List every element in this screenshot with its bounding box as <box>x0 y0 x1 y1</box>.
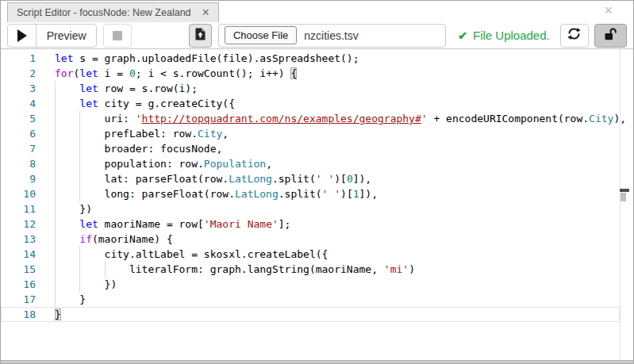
code-token <box>55 98 79 109</box>
code-token: 'mi' <box>384 263 409 275</box>
code-token: Population <box>204 158 266 170</box>
line-number: 2 <box>1 66 36 81</box>
script-editor-window: Script Editor - focusNode: New Zealand ×… <box>0 0 634 364</box>
line-number: 7 <box>1 141 36 156</box>
code-line[interactable]: 1let s = graph.uploadedFile(file).asSpre… <box>1 51 620 66</box>
window-close-icon[interactable]: × <box>604 2 613 19</box>
code-token: (maoriName) { <box>92 233 173 245</box>
code-line[interactable]: 11 }) <box>1 201 620 216</box>
indent-guide <box>55 292 56 307</box>
code-token: , <box>266 158 272 170</box>
line-number: 8 <box>1 156 36 171</box>
tab-script-editor[interactable]: Script Editor - focusNode: New Zealand × <box>7 2 219 22</box>
code-line[interactable]: 14 city.altLabel = skosxl.createLabel({ <box>1 247 620 262</box>
choose-file-button[interactable]: Choose File <box>225 26 297 44</box>
code-line[interactable]: 12 let maoriName = row['Maori Name']; <box>1 216 620 232</box>
code-token: ) <box>409 263 415 275</box>
line-number: 3 <box>1 81 36 96</box>
upload-status: ✔ File Uploaded. <box>458 29 549 42</box>
code-line[interactable]: 6 prefLabel: row.City, <box>1 126 620 141</box>
code-line[interactable]: 10 long: parseFloat(row.LatLong.split(' … <box>1 186 620 201</box>
line-number: 12 <box>1 216 36 232</box>
indent-guide <box>79 156 80 171</box>
toolbar: Preview Choose File nzcities.tsv ✔ File … <box>1 22 633 49</box>
refresh-button[interactable] <box>560 24 589 48</box>
code-token: let <box>55 52 73 64</box>
file-input[interactable]: Choose File nzcities.tsv <box>218 24 446 48</box>
play-icon[interactable] <box>8 25 37 47</box>
stop-button[interactable] <box>103 24 131 48</box>
code-token: ' <box>136 113 142 125</box>
indent-guide <box>105 262 106 277</box>
code-line[interactable]: 8 population: row.Population, <box>1 156 620 171</box>
indent-guide <box>55 262 56 277</box>
code-token: ]; <box>279 218 291 230</box>
line-number: 5 <box>1 111 36 126</box>
indent-guide <box>79 277 80 292</box>
code-token: let <box>79 98 98 109</box>
upload-file-button[interactable] <box>189 24 212 48</box>
code-line[interactable]: 3 let row = s.row(i); <box>1 81 620 96</box>
tab-bar: Script Editor - focusNode: New Zealand ×… <box>1 1 633 22</box>
code-token: 0 <box>129 67 136 79</box>
code-line[interactable]: 17 } <box>1 292 620 307</box>
indent-guide <box>55 111 56 126</box>
code-token: City <box>198 128 222 140</box>
uploaded-filename: nzcities.tsv <box>304 29 358 42</box>
code-token: city.altLabel = skosxl.createLabel({ <box>55 248 328 260</box>
indent-guide <box>79 247 80 262</box>
code-token: row = s.row(i); <box>98 82 198 94</box>
code-token <box>55 233 79 245</box>
code-token <box>55 218 79 230</box>
indent-guide <box>55 186 56 201</box>
overview-ruler-mark <box>620 189 629 192</box>
tab-title: Script Editor - focusNode: New Zealand <box>17 7 191 18</box>
indent-guide <box>55 126 56 141</box>
scrollbar-track <box>620 49 621 360</box>
code-line[interactable]: 9 lat: parseFloat(row.LatLong.split(' ')… <box>1 171 620 186</box>
code-token: )[ <box>340 188 353 200</box>
indent-guide <box>55 171 56 186</box>
lock-button[interactable] <box>594 24 627 48</box>
code-token: prefLabel: row. <box>55 128 198 140</box>
stop-icon <box>113 31 122 40</box>
code-line[interactable]: 2for(let i = 0; i < s.rowCount(); i++) { <box>1 66 620 81</box>
code-token: .split( <box>272 173 316 185</box>
code-line[interactable]: 16 }) <box>1 277 620 292</box>
code-token: City <box>589 113 613 125</box>
refresh-icon <box>567 27 581 44</box>
tab-close-icon[interactable]: × <box>202 6 209 19</box>
code-token: )[ <box>334 173 347 185</box>
code-token: s = graph.uploadedFile(file).asSpreadshe… <box>73 52 359 64</box>
line-number: 10 <box>1 186 36 201</box>
code-token: }) <box>55 203 92 215</box>
code-editor[interactable]: 1let s = graph.uploadedFile(file).asSpre… <box>1 49 633 360</box>
indent-guide <box>79 262 80 277</box>
code-line[interactable]: 15 literalForm: graph.langString(maoriNa… <box>1 262 620 277</box>
preview-label: Preview <box>37 29 96 42</box>
indent-guide <box>79 186 80 201</box>
code-token: i = <box>98 67 129 79</box>
file-upload-icon <box>195 28 206 44</box>
line-number: 13 <box>1 232 36 247</box>
code-line[interactable]: 7 broader: focusNode, <box>1 141 620 156</box>
run-preview-button[interactable]: Preview <box>7 24 97 48</box>
code-line[interactable]: 5 uri: 'http://topquadrant.com/ns/exampl… <box>1 111 620 126</box>
indent-guide <box>55 277 56 292</box>
line-number: 17 <box>1 292 36 307</box>
line-number: 6 <box>1 126 36 141</box>
code-token: ]), <box>353 173 371 185</box>
line-number: 14 <box>1 247 36 262</box>
code-line[interactable]: 4 let city = g.createCity({ <box>1 96 620 111</box>
code-token: let <box>79 218 98 230</box>
indent-guide <box>55 232 56 247</box>
code-token: ; i < s.rowCount(); i++) <box>136 67 291 79</box>
code-line[interactable]: 13 if(maoriName) { <box>1 232 620 247</box>
upload-status-label: File Uploaded. <box>473 29 550 42</box>
line-number: 1 <box>1 51 36 66</box>
code-token: ' ' <box>322 188 340 200</box>
scrollbar-thumb[interactable] <box>621 193 626 201</box>
code-line[interactable]: 18} <box>1 307 620 322</box>
indent-guide <box>55 247 56 262</box>
window-resize-edge <box>1 360 633 363</box>
